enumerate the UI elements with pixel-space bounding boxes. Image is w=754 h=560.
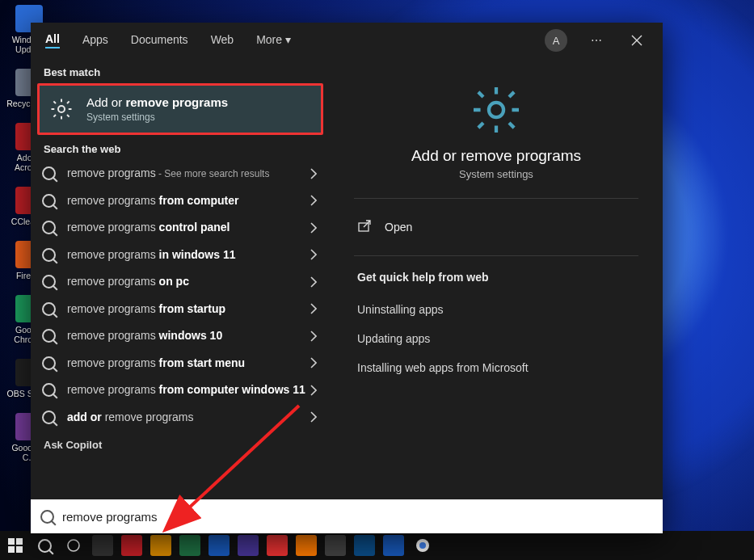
gear-icon [49, 97, 74, 121]
best-match-subtitle: System settings [86, 112, 228, 123]
search-icon [42, 411, 56, 424]
taskbar-app[interactable] [267, 535, 288, 556]
detail-title: Add or remove programs [411, 147, 581, 165]
divider [354, 198, 638, 199]
web-result-text: remove programs in windows 11 [67, 248, 236, 263]
close-icon [631, 35, 642, 46]
chevron-right-icon [310, 303, 317, 314]
web-result[interactable]: remove programs from computer [31, 187, 330, 215]
svg-rect-5 [16, 538, 23, 545]
web-result-text: remove programs from computer [67, 194, 238, 208]
search-tabs: All Apps Documents Web More ▾ A ⋯ [31, 23, 663, 58]
tab-all[interactable]: All [45, 32, 60, 48]
web-result-text: remove programs windows 10 [67, 329, 222, 343]
quick-help-link[interactable]: Installing web apps from Microsoft [354, 353, 638, 382]
web-result-text: remove programs - See more search result… [67, 166, 269, 181]
taskbar-app[interactable] [92, 535, 113, 556]
search-icon [42, 356, 56, 370]
search-icon [42, 383, 56, 397]
best-match-title: Add or remove programs [86, 95, 228, 109]
web-result-text: add or remove programs [67, 411, 193, 425]
chevron-right-icon [310, 385, 317, 396]
web-result[interactable]: remove programs in windows 11 [31, 242, 330, 269]
web-result[interactable]: remove programs control panel [31, 214, 330, 242]
open-action[interactable]: Open [354, 213, 638, 241]
svg-rect-6 [8, 546, 15, 553]
search-panel: All Apps Documents Web More ▾ A ⋯ Best m… [31, 23, 663, 533]
circle-icon [66, 538, 81, 553]
web-result[interactable]: remove programs on pc [31, 268, 330, 296]
taskbar-app[interactable] [325, 535, 346, 556]
web-result[interactable]: remove programs - See more search result… [31, 160, 330, 187]
start-button[interactable] [5, 535, 26, 556]
chevron-right-icon [310, 195, 317, 206]
gear-icon [470, 84, 522, 136]
search-icon [40, 510, 54, 524]
tab-web[interactable]: Web [211, 33, 234, 48]
svg-point-8 [68, 540, 79, 551]
search-icon [42, 302, 56, 316]
open-label: Open [385, 221, 412, 234]
taskbar-app[interactable] [238, 535, 259, 556]
best-match-label: Best match [44, 66, 330, 78]
quick-help-link[interactable]: Updating apps [354, 324, 638, 353]
search-icon [42, 194, 56, 208]
tab-more[interactable]: More ▾ [256, 33, 291, 48]
chevron-right-icon [310, 222, 317, 234]
more-options-button[interactable]: ⋯ [585, 29, 608, 52]
svg-point-1 [489, 103, 503, 117]
tab-apps[interactable]: Apps [82, 33, 108, 48]
web-result[interactable]: remove programs windows 10 [31, 322, 330, 350]
chevron-right-icon [310, 249, 317, 260]
web-result[interactable]: remove programs from computer windows 11 [31, 377, 330, 404]
taskbar-app[interactable] [412, 535, 433, 556]
ask-copilot-label: Ask Copilot [44, 439, 330, 451]
svg-rect-7 [16, 546, 23, 553]
taskbar-app[interactable] [354, 535, 375, 556]
search-icon [42, 221, 56, 234]
taskbar [0, 531, 754, 560]
search-input[interactable] [62, 510, 653, 524]
chevron-right-icon [310, 331, 317, 342]
taskbar-app[interactable] [150, 535, 171, 556]
svg-point-0 [58, 106, 65, 112]
quick-help-title: Get quick help from web [357, 271, 638, 284]
web-result[interactable]: remove programs from startup [31, 296, 330, 323]
taskbar-app[interactable] [179, 535, 200, 556]
web-result[interactable]: remove programs from start menu [31, 350, 330, 377]
web-result-text: remove programs from computer windows 11 [67, 383, 305, 398]
chevron-right-icon [310, 276, 317, 288]
taskbar-app[interactable] [209, 535, 230, 556]
taskbar-app[interactable] [383, 535, 404, 556]
web-result-text: remove programs from startup [67, 302, 225, 317]
open-icon [357, 220, 372, 234]
chrome-icon [415, 538, 430, 553]
chevron-right-icon [310, 168, 317, 179]
detail-panel: Add or remove programs System settings O… [330, 58, 663, 499]
web-result[interactable]: add or remove programs [31, 404, 330, 432]
chevron-right-icon [310, 411, 317, 423]
search-bar[interactable] [31, 499, 663, 533]
windows-icon [8, 538, 23, 553]
taskbar-app[interactable] [296, 535, 317, 556]
taskbar-app[interactable] [121, 535, 142, 556]
close-button[interactable] [626, 29, 648, 52]
web-result-text: remove programs control panel [67, 221, 230, 235]
search-icon [42, 248, 56, 262]
best-match-result[interactable]: Add or remove programs System settings [37, 83, 323, 135]
search-icon [42, 275, 56, 288]
search-web-label: Search the web [44, 143, 330, 155]
chevron-right-icon [310, 357, 317, 368]
tab-documents[interactable]: Documents [131, 33, 188, 48]
web-result-text: remove programs on pc [67, 275, 189, 289]
search-icon [42, 166, 56, 180]
taskbar-taskview-button[interactable] [63, 535, 84, 556]
search-icon [42, 329, 56, 343]
taskbar-search-button[interactable] [34, 535, 55, 556]
user-avatar[interactable]: A [545, 29, 567, 52]
web-result-text: remove programs from start menu [67, 356, 245, 371]
results-left-column: Best match Add or remove programs System… [31, 58, 330, 499]
quick-help-link[interactable]: Uninstalling apps [354, 295, 638, 324]
svg-rect-4 [8, 538, 15, 545]
chevron-down-icon: ▾ [285, 33, 291, 46]
